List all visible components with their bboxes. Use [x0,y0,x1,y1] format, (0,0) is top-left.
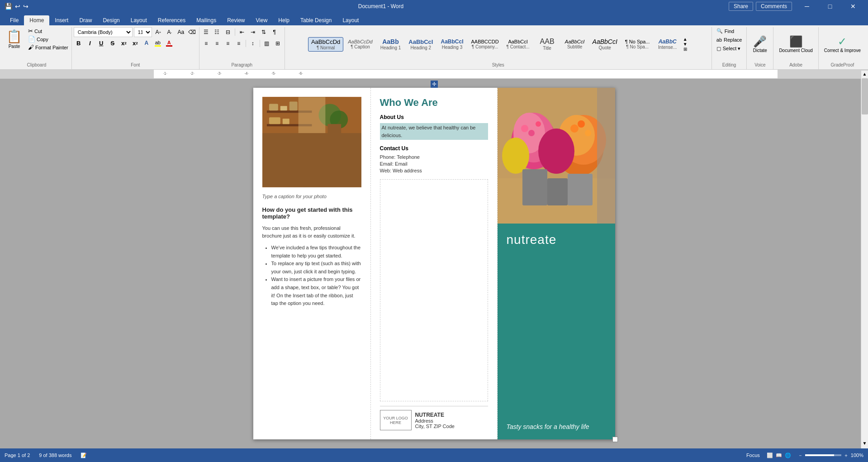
multilevel-list-button[interactable]: ⊟ [223,27,233,37]
tab-design[interactable]: Design [97,15,125,25]
line-spacing-button[interactable]: ↕ [248,38,258,48]
scroll-thumb[interactable] [862,78,868,114]
vertical-scrollbar[interactable]: ▲ ▼ [861,71,868,448]
styles-scroll-up[interactable]: ▲ ▼ ⊞ [682,37,688,52]
zoom-control[interactable]: － ＋ 100% [798,452,863,459]
clipboard-group-label: Clipboard [27,62,46,67]
increase-font-size-button[interactable]: A+ [153,27,163,37]
proofing-icon[interactable]: 📝 [81,452,87,458]
replace-button[interactable]: ab Replace [714,36,745,43]
clear-formatting-button[interactable]: ⌫ [187,27,197,37]
style-caption[interactable]: AaBbCcDd ¶ Caption [345,38,375,51]
decrease-font-size-button[interactable]: A- [165,27,175,37]
change-case-button[interactable]: Aa [176,27,186,37]
find-button[interactable]: 🔍 Find [714,27,737,35]
tab-draw[interactable]: Draw [74,15,97,25]
tab-insert[interactable]: Insert [49,15,74,25]
tab-references[interactable]: References [152,15,191,25]
tab-file[interactable]: File [5,15,24,25]
adobe-icon: ⬛ [789,35,803,48]
maximize-button[interactable]: □ [820,0,840,13]
subscript-button[interactable]: x2 [119,38,129,48]
svg-point-22 [502,138,529,174]
style-intense-label: Intense... [658,45,677,50]
company-address: Address [415,418,455,424]
correct-improve-button[interactable]: ✓ Correct & Improve [821,31,864,58]
tab-table-design[interactable]: Table Design [295,15,337,25]
style-title-label: Title [543,46,551,51]
style-title[interactable]: AAB Title [534,36,560,52]
middle-column: Who We Are About Us At nutreate, we beli… [371,88,498,439]
tab-mailings[interactable]: Mailings [191,15,222,25]
tab-review[interactable]: Review [222,15,250,25]
word-count: 9 of 388 words [39,452,71,458]
undo-icon[interactable]: ↩ [15,3,20,10]
style-quote[interactable]: AaBbCcI Quote [589,37,621,52]
style-company[interactable]: AABBCCDD ¶ Company... [468,38,502,51]
zoom-in-button[interactable]: ＋ [844,452,849,459]
highlight-color-button[interactable]: ab [153,38,163,48]
text-effects-button[interactable]: A [142,38,152,48]
cut-button[interactable]: ✂ Cut [27,27,70,35]
shading-button[interactable]: ▥ [262,38,272,48]
paste-label: Paste [9,44,20,49]
format-painter-button[interactable]: 🖌 Format Painter [27,43,70,51]
tab-view[interactable]: View [251,15,273,25]
font-color-button[interactable]: A [164,38,174,48]
close-button[interactable]: ✕ [843,0,863,13]
style-heading3[interactable]: AaBbCcI Heading 3 [437,37,466,51]
increase-indent-button[interactable]: ⇥ [248,27,258,37]
bold-button[interactable]: B [74,38,84,48]
font-size-select[interactable]: 11 [134,27,152,37]
italic-button[interactable]: I [85,38,95,48]
focus-button[interactable]: Focus [746,452,760,458]
style-contact[interactable]: AaBbCcI ¶ Contact... [503,38,533,51]
style-intense[interactable]: AaBbC Intense... [655,37,681,51]
sort-button[interactable]: ⇅ [259,27,269,37]
superscript-button[interactable]: x2 [130,38,140,48]
align-left-button[interactable]: ≡ [201,38,211,48]
show-marks-button[interactable]: ¶ [270,27,280,37]
strikethrough-button[interactable]: S [108,38,118,48]
style-subtitle[interactable]: AaBbCcI Subtitle [562,38,588,51]
redo-icon[interactable]: ↪ [23,3,28,10]
copy-button[interactable]: 📄 Copy [27,35,70,43]
justify-button[interactable]: ≡ [234,38,244,48]
select-button[interactable]: ▢ Select ▾ [714,45,744,52]
quick-access-toolbar[interactable]: 💾 ↩ ↪ [5,3,28,10]
tab-home[interactable]: Home [24,15,49,25]
align-center-button[interactable]: ≡ [212,38,222,48]
move-handle[interactable]: ✛ [431,81,438,88]
bullets-button[interactable]: ☰ [201,27,211,37]
svg-rect-32 [597,88,615,224]
print-layout-icon[interactable]: ⬜ [767,452,773,458]
brand-name: nutreate [507,233,606,247]
tab-layout2[interactable]: Layout [337,15,364,25]
web-layout-icon[interactable]: 🌐 [785,452,791,458]
view-controls[interactable]: ⬜ 📖 🌐 [767,452,791,458]
dictate-button[interactable]: 🎤 Dictate [749,31,771,58]
document-cloud-button[interactable]: ⬛ Document Cloud [775,31,816,58]
read-mode-icon[interactable]: 📖 [776,452,782,458]
tab-layout[interactable]: Layout [125,15,152,25]
decrease-indent-button[interactable]: ⇤ [237,27,247,37]
underline-button[interactable]: U [96,38,106,48]
borders-button[interactable]: ⊞ [273,38,283,48]
paste-button[interactable]: 📋 Paste [4,27,25,61]
style-heading2[interactable]: AaBbCcI Heading 2 [405,37,436,52]
share-button[interactable]: Share [729,2,753,11]
comments-button[interactable]: Comments [756,2,792,11]
style-nospace[interactable]: ¶ No Spa... ¶ No Spa... [622,38,653,51]
font-family-select[interactable]: Cambria (Body) [74,27,133,37]
numbering-button[interactable]: ☷ [212,27,222,37]
zoom-out-button[interactable]: － [798,452,803,459]
left-column: Type a caption for your photo How do you… [253,88,371,439]
style-normal[interactable]: AaBbCcDd ¶ Normal [308,37,343,52]
align-right-button[interactable]: ≡ [223,38,233,48]
tab-help[interactable]: Help [273,15,295,25]
zoom-slider[interactable] [805,454,841,456]
save-icon[interactable]: 💾 [5,3,12,10]
style-heading1[interactable]: AaBb Heading 1 [377,37,404,52]
resize-handle[interactable] [612,437,618,442]
minimize-button[interactable]: ─ [797,0,817,13]
